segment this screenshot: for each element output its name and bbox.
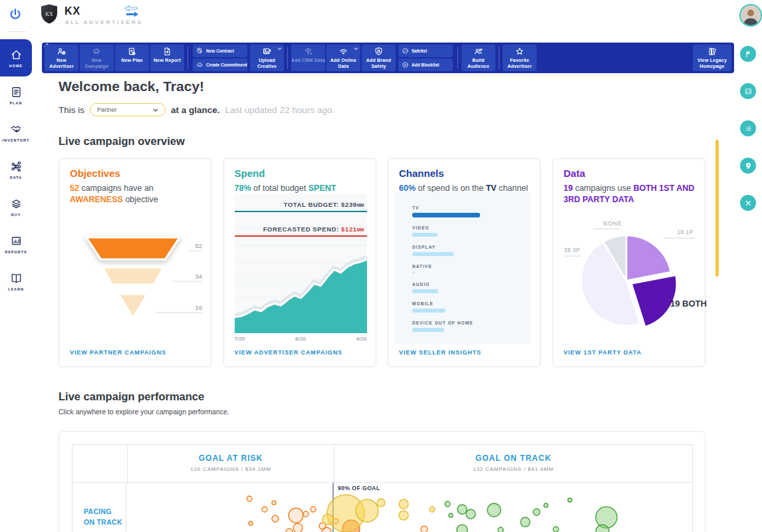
sidebar-item-plan[interactable]: PLAN xyxy=(0,76,32,114)
svg-text:38 3P: 38 3P xyxy=(564,247,580,253)
data-title: Data xyxy=(564,168,586,179)
new-advertiser-button[interactable]: New Advertiser xyxy=(45,45,78,71)
objectives-subtitle: 52 campaigns have an AWARENESS objective xyxy=(70,183,203,205)
sidebar-item-data[interactable]: DATA xyxy=(0,151,32,188)
reports-icon xyxy=(10,235,23,247)
upload-creative-icon xyxy=(262,47,272,57)
brand-safety-icon xyxy=(374,47,384,57)
performance-heading: Live campaign performance xyxy=(59,390,204,403)
sidebar-item-learn[interactable]: LEARN xyxy=(0,263,32,300)
channel-row-device-out-of-home: DEVICE OUT OF HOME xyxy=(412,321,531,332)
data-network-icon xyxy=(10,160,23,173)
goal-on-track-header: GOAL ON TRACK 132 CAMPAIGNS / $41.4MM xyxy=(334,445,692,482)
total-budget-label: TOTAL BUDGET: $239MM xyxy=(284,201,364,208)
last-updated: Last updated 22 hours ago. xyxy=(225,105,334,115)
scroll-indicator[interactable] xyxy=(715,140,719,277)
blocklist-icon xyxy=(402,61,409,68)
spend-area-chart: TOTAL BUDGET: $239MM FORECASTED SPEND: $… xyxy=(235,194,367,333)
user-avatar[interactable] xyxy=(739,4,762,27)
channel-row-display: DISPLAY xyxy=(412,245,531,256)
toolbar-stack: Safelist Add Blocklist xyxy=(398,45,453,71)
sidebar-nav: HOME PLAN INVENTORY DATA BUY REPORTS LEA… xyxy=(0,39,32,300)
add-online-data-button[interactable]: Add Online Data xyxy=(326,45,360,71)
new-plan-button[interactable]: New Plan xyxy=(115,45,149,71)
channel-row-mobile: MOBILE xyxy=(412,301,531,313)
performance-card[interactable]: GOAL AT RISK 120 CAMPAIGNS / $34.1MM GOA… xyxy=(59,431,705,532)
plan-icon xyxy=(127,47,137,57)
performance-bubble-plot[interactable]: 90% OF GOAL xyxy=(126,483,692,532)
sidebar-item-buy[interactable]: BUY xyxy=(0,188,32,225)
welcome-line: This is Partner at a glance. Last update… xyxy=(59,103,334,116)
add-crm-data-button[interactable]: Add CRM Data xyxy=(291,45,325,71)
handshake-icon xyxy=(10,123,23,136)
tools-icon xyxy=(744,199,753,207)
view-partner-campaigns-link[interactable]: VIEW PARTNER CAMPAIGNS xyxy=(70,349,166,356)
channel-row-audio: AUDIO xyxy=(412,282,531,293)
new-report-button[interactable]: New Report xyxy=(150,45,184,71)
safelist-button[interactable]: Safelist xyxy=(398,45,453,57)
rail-image-icon[interactable] xyxy=(740,83,756,99)
svg-text:34: 34 xyxy=(195,273,202,280)
safelist-icon xyxy=(402,47,409,55)
view-legacy-homepage-button[interactable]: View Legacy Homepage xyxy=(693,45,731,71)
add-brand-safety-button[interactable]: Add Brand Safety xyxy=(362,45,396,71)
swap-arrows-icon[interactable] xyxy=(123,4,140,19)
new-contract-button[interactable]: New Contract xyxy=(193,45,247,57)
svg-text:52: 52 xyxy=(195,242,202,249)
channel-row-tv: TV xyxy=(412,205,531,217)
favorite-advertiser-button[interactable]: Favorite Advertiser xyxy=(503,45,537,71)
objectives-title: Objectives xyxy=(70,168,120,179)
toolbar-stack: New Contract Create Commitment xyxy=(193,45,247,71)
create-commitment-button[interactable]: Create Commitment xyxy=(193,59,247,71)
flag-icon xyxy=(744,50,753,59)
rail-list-icon[interactable] xyxy=(740,120,756,136)
data-pie-chart: NONE 18 1P 38 3P 19 BOTH xyxy=(559,220,706,353)
performance-subtitle: Click anywhere to explore your campaign … xyxy=(59,408,229,416)
scope-select[interactable]: Partner xyxy=(90,103,166,116)
header-divider xyxy=(7,31,26,32)
contract-icon xyxy=(196,47,203,55)
new-campaign-button[interactable]: New Campaign xyxy=(80,45,114,71)
brand-subtitle: ALL ADVERTISERS xyxy=(65,19,143,25)
svg-text:NONE: NONE xyxy=(603,220,622,227)
channels-card: Channels 60% of spend is on the TV chann… xyxy=(388,158,541,367)
spend-title: Spend xyxy=(235,168,265,179)
location-icon xyxy=(744,162,753,170)
chevron-down-icon xyxy=(354,47,358,51)
goal-at-risk-header: GOAL AT RISK 120 CAMPAIGNS / $34.1MM xyxy=(128,445,334,482)
overview-cards: Objectives 52 campaigns have an AWARENES… xyxy=(59,158,705,367)
money-icon xyxy=(10,198,23,210)
page-title: Welcome back, Tracy! xyxy=(59,78,204,94)
overview-heading: Live campaign overview xyxy=(59,135,185,148)
plan-doc-icon xyxy=(10,86,23,98)
build-audience-button[interactable]: Build Audience xyxy=(461,45,495,71)
report-icon xyxy=(162,47,172,57)
upload-creative-button[interactable]: Upload Creative xyxy=(250,45,284,71)
svg-text:19 BOTH: 19 BOTH xyxy=(670,299,707,309)
sidebar-item-inventory[interactable]: INVENTORY xyxy=(0,114,32,151)
toolbar-separator xyxy=(287,47,288,69)
power-icon[interactable] xyxy=(8,7,23,22)
welcome-suffix: at a glance. xyxy=(171,105,220,115)
toolbar-separator xyxy=(457,47,458,69)
svg-text:16: 16 xyxy=(195,304,202,311)
online-data-icon xyxy=(338,47,348,57)
crm-data-icon xyxy=(303,47,313,57)
channel-row-video: VIDEO xyxy=(412,225,531,237)
view-advertiser-campaigns-link[interactable]: VIEW ADVERTISER CAMPAIGNS xyxy=(235,349,343,356)
chevron-down-icon xyxy=(277,47,282,51)
rail-flag-icon[interactable] xyxy=(740,46,756,62)
rail-tools-icon[interactable] xyxy=(740,195,756,211)
svg-text:18 1P: 18 1P xyxy=(677,229,694,235)
view-1st-party-data-link[interactable]: VIEW 1ST PARTY DATA xyxy=(564,349,642,356)
sidebar-item-home[interactable]: HOME xyxy=(0,39,32,76)
campaign-icon xyxy=(92,47,102,57)
sidebar-item-reports[interactable]: REPORTS xyxy=(0,225,32,263)
rail-location-icon[interactable] xyxy=(740,158,756,174)
view-seller-insights-link[interactable]: VIEW SELLER INSIGHTS xyxy=(399,349,481,356)
image-icon xyxy=(744,87,753,96)
add-blocklist-button[interactable]: Add Blocklist xyxy=(398,59,453,71)
spend-card: Spend 78% of total budget SPENT TOTAL BU… xyxy=(223,158,376,367)
objectives-funnel-chart: 523416 xyxy=(66,225,207,325)
objectives-card: Objectives 52 campaigns have an AWARENES… xyxy=(59,158,211,367)
